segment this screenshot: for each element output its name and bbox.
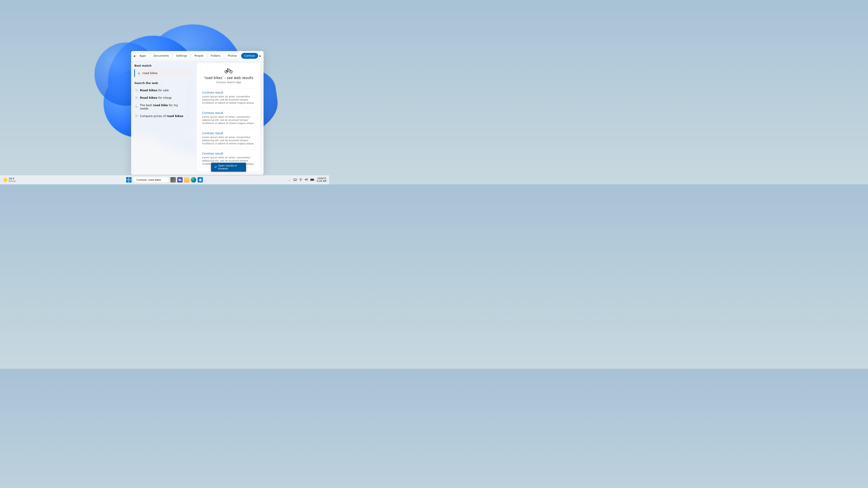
battery-icon[interactable]	[310, 178, 314, 182]
search-result[interactable]: Contoso resultLorem ipsum dolor sit amet…	[199, 88, 258, 107]
result-title: Contoso result	[202, 91, 255, 94]
svg-point-13	[301, 181, 301, 181]
taskbar-clock[interactable]: 10/6/21 9:28 AM	[317, 177, 327, 182]
result-title: Contoso result	[202, 111, 255, 115]
wifi-icon[interactable]	[299, 178, 303, 182]
search-icon	[138, 72, 141, 74]
taskbar-search[interactable]	[133, 177, 169, 183]
web-suggestion[interactable]: Compare prices of road bikes〉	[134, 112, 190, 120]
preview-title: ‘road bikes’ - see web results	[204, 76, 253, 80]
search-icon	[135, 96, 138, 99]
scroll-right-button[interactable]: ▶	[259, 54, 261, 58]
svg-point-5	[135, 106, 137, 107]
result-title: Contoso result	[202, 131, 255, 135]
bicycle-icon	[224, 67, 232, 75]
file-explorer-app[interactable]	[184, 177, 189, 183]
teams-app[interactable]	[177, 177, 183, 183]
preview-subtitle: Contoso Search App	[216, 81, 241, 84]
svg-point-11	[180, 179, 181, 180]
store-app[interactable]	[197, 177, 203, 183]
filter-folders[interactable]: Folders	[208, 53, 223, 59]
open-external-icon	[214, 166, 217, 169]
result-title: Contoso result	[202, 152, 255, 155]
search-flyout: ◀ AppsDocumentsSettingsPeopleFoldersPhot…	[131, 51, 264, 175]
result-snippet: Lorem ipsum dolor sit amet, consectetur …	[202, 115, 255, 125]
start-button[interactable]	[126, 177, 131, 183]
search-result[interactable]: Contoso resultLorem ipsum dolor sit amet…	[199, 129, 258, 148]
search-web-heading: Search the web	[134, 80, 190, 86]
best-match-heading: Best match	[134, 63, 190, 68]
volume-icon[interactable]	[305, 178, 308, 182]
svg-point-4	[135, 97, 137, 98]
results-preview-column: ‘road bikes’ - see web results Contoso S…	[193, 61, 264, 175]
search-filter-row: ◀ AppsDocumentsSettingsPeopleFoldersPhot…	[131, 51, 264, 61]
web-suggestion[interactable]: The best road bike for my needs〉	[134, 101, 190, 112]
web-suggestion[interactable]: Road bikes for sale〉	[134, 87, 190, 94]
svg-point-2	[138, 72, 140, 74]
result-snippet: Lorem ipsum dolor sit amet, consectetur …	[202, 95, 255, 104]
svg-rect-10	[179, 179, 180, 181]
best-match-text: road bikes	[143, 71, 158, 75]
weather-temp: 78°F	[8, 177, 16, 180]
filter-apps[interactable]: Apps	[136, 53, 149, 59]
filter-people[interactable]: People	[191, 53, 206, 59]
weather-condition: Sunny	[8, 180, 16, 182]
chevron-right-icon: 〉	[187, 96, 189, 99]
tray-expand-icon[interactable]: ︿	[288, 178, 291, 182]
svg-point-3	[135, 89, 137, 91]
best-match-item[interactable]: road bikes	[134, 69, 190, 77]
taskbar-search-input[interactable]	[136, 178, 169, 182]
chevron-right-icon: 〉	[187, 105, 189, 108]
filter-settings[interactable]: Settings	[173, 53, 190, 59]
result-snippet: Lorem ipsum dolor sit amet, consectetur …	[202, 135, 255, 145]
edge-app[interactable]	[191, 177, 196, 183]
keyboard-icon[interactable]	[293, 178, 297, 182]
chevron-right-icon: 〉	[187, 89, 189, 92]
taskbar: 78°F Sunny ︿ 10/6/21 9:28 AM	[0, 175, 329, 184]
web-suggestion[interactable]: Road bikes for cheap〉	[134, 94, 190, 101]
open-results-button[interactable]: Open results in browser	[211, 163, 246, 172]
svg-rect-15	[311, 179, 313, 180]
preview-card: ‘road bikes’ - see web results Contoso S…	[197, 63, 260, 172]
scroll-left-button[interactable]: ◀	[133, 54, 135, 58]
svg-point-6	[135, 115, 137, 117]
search-icon	[135, 105, 138, 108]
filter-contoso[interactable]: Contoso	[241, 53, 258, 59]
search-result[interactable]: Contoso resultLorem ipsum dolor sit amet…	[199, 109, 258, 127]
chevron-right-icon: 〉	[187, 115, 189, 118]
search-icon	[135, 89, 138, 92]
sun-icon	[3, 178, 7, 182]
task-view-button[interactable]	[170, 177, 176, 183]
filter-photos[interactable]: Photos	[225, 53, 240, 59]
search-icon	[135, 115, 138, 118]
filter-documents[interactable]: Documents	[150, 53, 172, 59]
results-left-column: Best match road bikes Search the web Roa…	[131, 61, 193, 175]
weather-widget[interactable]: 78°F Sunny	[3, 177, 16, 182]
